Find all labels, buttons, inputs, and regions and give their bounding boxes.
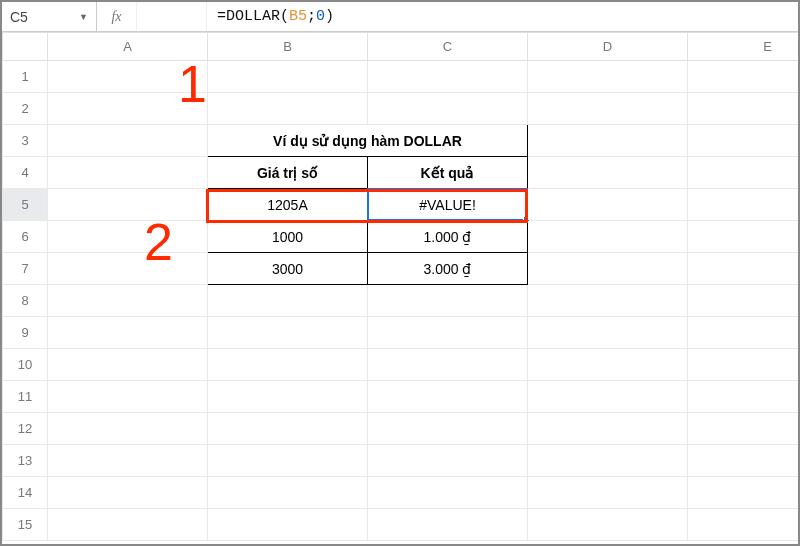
cell[interactable] [48,445,208,477]
cell[interactable] [528,221,688,253]
cell[interactable] [368,285,528,317]
cell[interactable] [48,413,208,445]
cell[interactable] [528,413,688,445]
cell[interactable] [48,189,208,221]
cell[interactable] [368,413,528,445]
cell[interactable] [688,349,799,381]
cell[interactable] [48,381,208,413]
cell[interactable] [48,285,208,317]
cell[interactable] [688,413,799,445]
cell[interactable] [48,61,208,93]
cell[interactable] [528,93,688,125]
row-number[interactable]: 9 [3,317,48,349]
cell[interactable] [528,477,688,509]
cell[interactable] [208,509,368,541]
row-number[interactable]: 8 [3,285,48,317]
row-number[interactable]: 1 [3,61,48,93]
table-header-result[interactable]: Kết quả [368,157,528,189]
name-box-dropdown-icon[interactable]: ▼ [79,12,88,22]
cell[interactable] [208,477,368,509]
cell[interactable] [528,381,688,413]
table-cell-result[interactable]: 3.000 ₫ [368,253,528,285]
row-number[interactable]: 7 [3,253,48,285]
cell[interactable] [528,189,688,221]
row-number[interactable]: 12 [3,413,48,445]
cell[interactable] [528,61,688,93]
fx-icon[interactable]: fx [97,2,137,31]
cell[interactable] [48,253,208,285]
cell[interactable] [368,509,528,541]
cell[interactable] [688,125,799,157]
cell[interactable] [208,413,368,445]
col-header[interactable]: B [208,33,368,61]
cell[interactable] [48,477,208,509]
row-number[interactable]: 2 [3,93,48,125]
table-cell-value[interactable]: 3000 [208,253,368,285]
cell[interactable] [368,93,528,125]
cell[interactable] [48,317,208,349]
cell[interactable] [368,349,528,381]
cell[interactable] [48,93,208,125]
cell[interactable] [528,445,688,477]
row-number[interactable]: 6 [3,221,48,253]
spreadsheet-grid[interactable]: A B C D E 123Ví dụ sử dụng hàm DOLLAR4Gi… [2,32,798,544]
table-cell-result[interactable]: #VALUE! [368,189,528,221]
table-header-value[interactable]: Giá trị số [208,157,368,189]
cell[interactable] [48,221,208,253]
corner-cell[interactable] [3,33,48,61]
row-number[interactable]: 10 [3,349,48,381]
table-title[interactable]: Ví dụ sử dụng hàm DOLLAR [208,125,528,157]
row-number[interactable]: 14 [3,477,48,509]
col-header[interactable]: D [528,33,688,61]
cell[interactable] [688,189,799,221]
cell[interactable] [208,285,368,317]
cell[interactable] [48,349,208,381]
table-cell-value[interactable]: 1000 [208,221,368,253]
cell[interactable] [48,125,208,157]
row-number[interactable]: 13 [3,445,48,477]
row-number[interactable]: 5 [3,189,48,221]
cell[interactable] [688,157,799,189]
row-number[interactable]: 15 [3,509,48,541]
cell[interactable] [528,125,688,157]
cell[interactable] [208,445,368,477]
cell[interactable] [48,509,208,541]
cell[interactable] [368,61,528,93]
cell[interactable] [528,253,688,285]
cell[interactable] [688,61,799,93]
cell[interactable] [688,285,799,317]
row-number[interactable]: 11 [3,381,48,413]
cell[interactable] [368,317,528,349]
row-number[interactable]: 4 [3,157,48,189]
cell[interactable] [688,253,799,285]
cell[interactable] [368,445,528,477]
cell[interactable] [528,509,688,541]
cell[interactable] [208,349,368,381]
cell[interactable] [368,477,528,509]
cell[interactable] [208,317,368,349]
row-number[interactable]: 3 [3,125,48,157]
col-header[interactable]: A [48,33,208,61]
cell[interactable] [528,285,688,317]
cell[interactable] [48,157,208,189]
cell[interactable] [368,381,528,413]
col-header[interactable]: E [688,33,799,61]
cell[interactable] [688,477,799,509]
cell[interactable] [528,349,688,381]
cell[interactable] [528,317,688,349]
col-header[interactable]: C [368,33,528,61]
cell[interactable] [688,509,799,541]
table-cell-result[interactable]: 1.000 ₫ [368,221,528,253]
table-cell-value[interactable]: 1205A [208,189,368,221]
cell[interactable] [208,93,368,125]
name-box[interactable]: C5 ▼ [2,2,97,31]
formula-input[interactable]: =DOLLAR(B5;0) [207,2,798,31]
cell[interactable] [208,381,368,413]
cell[interactable] [208,61,368,93]
cell[interactable] [688,317,799,349]
cell[interactable] [688,445,799,477]
cell[interactable] [688,381,799,413]
cell[interactable] [528,157,688,189]
cell[interactable] [688,93,799,125]
cell[interactable] [688,221,799,253]
